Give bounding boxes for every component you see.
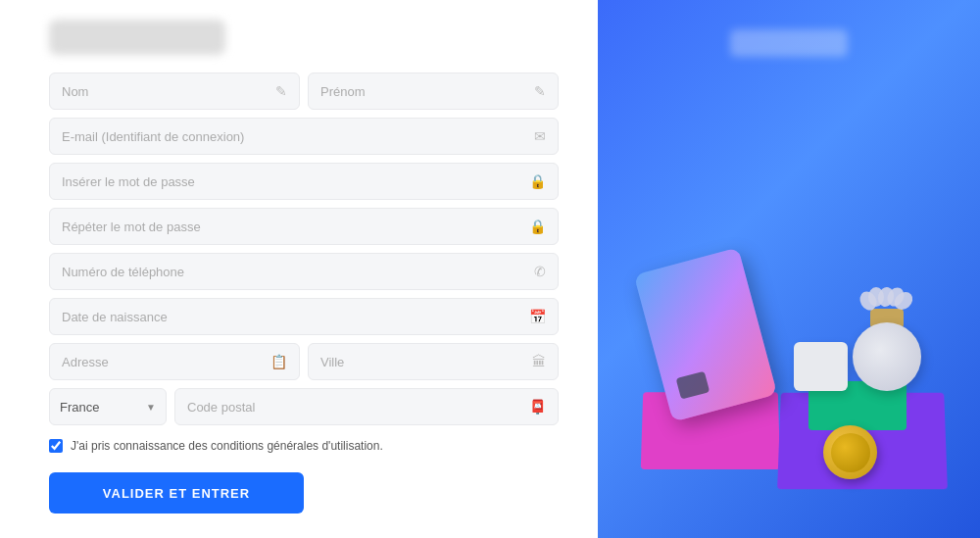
prenom-placeholder: Prénom [320, 84, 528, 99]
postal-icon: 📮 [529, 399, 546, 415]
nom-placeholder: Nom [62, 84, 270, 99]
email-row: E-mail (Identifiant de connexion) ✉ [49, 118, 559, 155]
email-icon: ✉ [534, 128, 546, 144]
coin-inner [831, 433, 870, 472]
confirm-password-placeholder: Répéter le mot de passe [62, 220, 523, 234]
gold-coin [823, 425, 877, 479]
address-field[interactable]: Adresse 📋 [49, 343, 300, 380]
submit-button[interactable]: VALIDER ET ENTRER [49, 472, 304, 514]
prenom-field[interactable]: Prénom ✎ [308, 73, 559, 110]
address-icon: 📋 [270, 354, 287, 369]
password-placeholder: Insérer le mot de passe [62, 174, 523, 189]
ville-field[interactable]: Ville 🏛 [308, 343, 559, 380]
address-row: Adresse 📋 Ville 🏛 [49, 343, 559, 380]
postal-placeholder: Code postal [187, 400, 523, 415]
registration-form: Nom ✎ Prénom ✎ E-mail (Identifiant de co… [49, 73, 559, 514]
phone-icon: ✆ [534, 264, 546, 279]
birthdate-field[interactable]: Date de naissance 📅 [49, 298, 559, 335]
company-logo [49, 20, 225, 55]
dropdown-arrow-icon: ▼ [146, 402, 156, 413]
name-row: Nom ✎ Prénom ✎ [49, 73, 559, 110]
password-row: Insérer le mot de passe 🔒 [49, 163, 559, 200]
terms-label: J'ai pris connaissance des conditions gé… [71, 437, 383, 455]
country-value: France [60, 400, 146, 415]
phone-row: Numéro de téléphone ✆ [49, 253, 559, 290]
calendar-icon: 📅 [529, 309, 546, 324]
city-icon: 🏛 [532, 354, 546, 369]
nom-field[interactable]: Nom ✎ [49, 73, 300, 110]
email-placeholder: E-mail (Identifiant de connexion) [62, 129, 528, 144]
terms-row: J'ai pris connaissance des conditions gé… [49, 437, 559, 455]
right-panel-logo [730, 29, 848, 57]
white-box [794, 342, 848, 391]
ville-placeholder: Ville [320, 355, 526, 369]
lock-icon-2: 🔒 [529, 219, 546, 234]
birthdate-placeholder: Date de naissance [62, 310, 523, 324]
card-chip [676, 371, 710, 400]
postal-field[interactable]: Code postal 📮 [174, 388, 559, 425]
confirm-password-field[interactable]: Répéter le mot de passe 🔒 [49, 208, 559, 245]
left-panel: Nom ✎ Prénom ✎ E-mail (Identifiant de co… [0, 0, 598, 538]
birthdate-row: Date de naissance 📅 [49, 298, 559, 335]
phone-field[interactable]: Numéro de téléphone ✆ [49, 253, 559, 290]
user-icon-2: ✎ [534, 83, 546, 99]
bag-body [853, 322, 921, 391]
country-postal-row: France ▼ Code postal 📮 [49, 388, 559, 425]
phone-placeholder: Numéro de téléphone [62, 265, 528, 279]
money-bag [843, 298, 931, 391]
terms-checkbox[interactable] [49, 439, 63, 453]
lock-icon: 🔒 [529, 173, 546, 189]
right-panel [598, 0, 980, 538]
decorative-scene [622, 175, 956, 509]
user-icon: ✎ [275, 83, 287, 99]
email-field[interactable]: E-mail (Identifiant de connexion) ✉ [49, 118, 559, 155]
password-field[interactable]: Insérer le mot de passe 🔒 [49, 163, 559, 200]
confirm-password-row: Répéter le mot de passe 🔒 [49, 208, 559, 245]
country-select[interactable]: France ▼ [49, 388, 167, 425]
address-placeholder: Adresse [62, 355, 265, 369]
bag-flower [860, 287, 913, 315]
